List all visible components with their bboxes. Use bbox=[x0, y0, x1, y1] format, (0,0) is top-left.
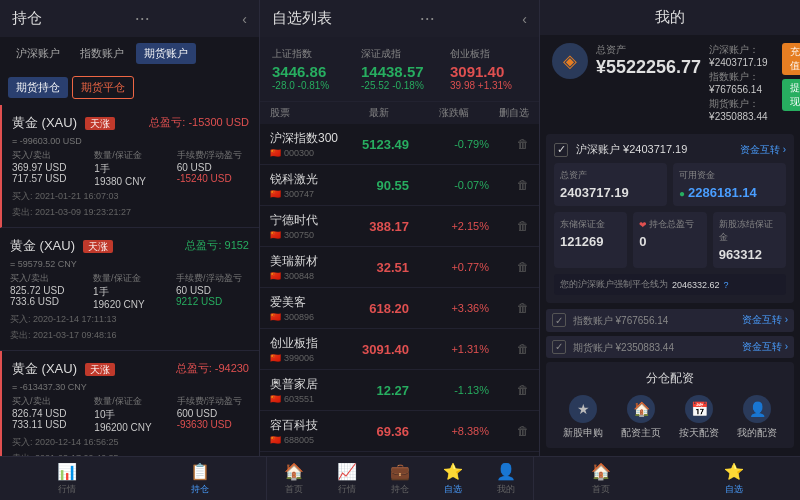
futures-checkbox[interactable]: ✓ bbox=[552, 340, 566, 354]
my-alloc-button[interactable]: 👤 我的配资 bbox=[737, 395, 777, 440]
left-panel-chevron[interactable]: ‹ bbox=[242, 11, 247, 27]
holding-dates: 买入: 2020-12-14 16:56:25 bbox=[12, 436, 249, 449]
nav-item-home[interactable]: 🏠 首页 bbox=[267, 457, 320, 500]
nav-item-rhome[interactable]: 🏠 首页 bbox=[534, 457, 667, 500]
col-label: 买入/卖出 bbox=[10, 272, 83, 285]
nav-label-quote: 行情 bbox=[338, 483, 356, 496]
assets-icon: ◈ bbox=[552, 43, 588, 79]
idx-name: 深证成指 bbox=[361, 47, 438, 61]
hushen-checkbox[interactable]: ✓ bbox=[554, 143, 568, 157]
stock-price: 5123.49 bbox=[339, 137, 409, 152]
watchlist-dots[interactable]: ··· bbox=[420, 8, 435, 29]
tab-hushen[interactable]: 沪深账户 bbox=[8, 43, 68, 64]
left-panel-header: 持仓 ··· ‹ bbox=[0, 0, 259, 37]
ipo-button[interactable]: ★ 新股申购 bbox=[563, 395, 603, 440]
left-panel-dots[interactable]: ··· bbox=[135, 8, 150, 29]
hushen-title: ✓ 沪深账户 ¥2403717.19 bbox=[554, 142, 687, 157]
delete-icon[interactable]: 🗑 bbox=[517, 137, 529, 151]
stock-code: 300747 bbox=[284, 189, 314, 199]
col-stock: 股票 bbox=[270, 106, 319, 120]
pnl-cell: ❤持仓总盈亏 0 bbox=[633, 212, 706, 268]
subtab-holding[interactable]: 期货持仓 bbox=[8, 77, 68, 98]
nav-item-watchlist[interactable]: ⭐ 自选 bbox=[427, 457, 480, 500]
nav-item-market[interactable]: 📊 行情 bbox=[0, 457, 133, 500]
holding-badge: 天涨 bbox=[85, 363, 115, 376]
index-account-row: ✓ 指数账户 ¥767656.14 资金互转 › bbox=[546, 309, 794, 332]
futures-transfer-link[interactable]: 资金互转 › bbox=[742, 340, 788, 354]
mid-panel: 自选列表 ··· ‹ 上证指数 3446.86 -28.0 -0.81% 深证成… bbox=[260, 0, 540, 456]
delete-icon[interactable]: 🗑 bbox=[517, 342, 529, 356]
stock-change: -1.13% bbox=[409, 384, 489, 396]
watchlist-title: 自选列表 bbox=[272, 9, 332, 28]
rwatchlist-icon: ⭐ bbox=[724, 462, 744, 481]
stock-name: 奥普家居 bbox=[270, 376, 339, 393]
holding-dates: 买入: 2020-12-14 17:11:13 bbox=[10, 313, 249, 326]
subtab-flat[interactable]: 期货平仓 bbox=[72, 76, 134, 99]
nav-item-mine[interactable]: 👤 我的 bbox=[480, 457, 533, 500]
col-label2: 数量/保证金 bbox=[93, 272, 166, 285]
left-panel-title: 持仓 bbox=[12, 9, 42, 28]
nav-label-position: 持仓 bbox=[391, 483, 409, 496]
holding-badge: 天涨 bbox=[83, 240, 113, 253]
main-button[interactable]: 🏠 配资主页 bbox=[621, 395, 661, 440]
col-label3: 手续费/浮动盈亏 bbox=[177, 149, 249, 162]
col-val4: 19620 CNY bbox=[93, 299, 166, 310]
platform-balance-label: 您的沪深账户强制平仓线为 bbox=[560, 278, 668, 291]
stock-code: 300750 bbox=[284, 230, 314, 240]
tab-futures[interactable]: 期货账户 bbox=[136, 43, 196, 64]
watchlist-chevron[interactable]: ‹ bbox=[522, 11, 527, 27]
total-assets-cell: 总资产 2403717.19 bbox=[554, 163, 667, 206]
holding-dates2: 卖出: 2021-03-09 19:23:21:27 bbox=[12, 206, 249, 219]
nav-item-position[interactable]: 💼 持仓 bbox=[373, 457, 426, 500]
holding-pnl: 总盈亏: -94230 bbox=[176, 361, 249, 376]
col-label2: 数量/保证金 bbox=[94, 149, 166, 162]
nav-item-quote[interactable]: 📈 行情 bbox=[320, 457, 373, 500]
idx-change: -25.52 -0.18% bbox=[361, 80, 438, 91]
col-label2: 数量/保证金 bbox=[94, 395, 166, 408]
daily-button[interactable]: 📅 按天配资 bbox=[679, 395, 719, 440]
stock-name: 美瑞新材 bbox=[270, 253, 339, 270]
holding-badge: 天涨 bbox=[85, 117, 115, 130]
cell-value: ●2286181.14 bbox=[679, 185, 780, 200]
stock-name: 容百科技 bbox=[270, 417, 339, 434]
watchlist-cols: 股票 最新 涨跌幅 删自选 bbox=[260, 102, 539, 124]
account-lines: 沪深账户：¥2403717.19 指数账户：¥767656.14 期货账户：¥2… bbox=[709, 43, 767, 124]
delete-icon[interactable]: 🗑 bbox=[517, 178, 529, 192]
nav-item-holding[interactable]: 📋 持仓 bbox=[133, 457, 266, 500]
home-icon: 🏠 bbox=[284, 462, 304, 481]
tab-index[interactable]: 指数账户 bbox=[72, 43, 132, 64]
index-account-label: ✓ 指数账户 ¥767656.14 bbox=[552, 313, 668, 328]
right-panel-title: 我的 bbox=[655, 8, 685, 27]
delete-icon[interactable]: 🗑 bbox=[517, 383, 529, 397]
index-row: 上证指数 3446.86 -28.0 -0.81% 深证成指 14438.57 … bbox=[260, 37, 539, 102]
watchlist-item: 美瑞新材 🇨🇳300848 32.51 +0.77% 🗑 bbox=[260, 247, 539, 288]
index-transfer-link[interactable]: 资金互转 › bbox=[742, 313, 788, 327]
delete-icon[interactable]: 🗑 bbox=[517, 260, 529, 274]
stock-name: 锐科激光 bbox=[270, 171, 339, 188]
delete-icon[interactable]: 🗑 bbox=[517, 219, 529, 233]
watchlist-item: 沪深指数300 🇨🇳000300 5123.49 -0.79% 🗑 bbox=[260, 124, 539, 165]
stock-change: +1.31% bbox=[409, 343, 489, 355]
right-panel: 我的 ◈ 总资产 ¥5522256.77 沪深账户：¥2403717.19 指数… bbox=[540, 0, 800, 456]
watchlist-icon: ⭐ bbox=[443, 462, 463, 481]
recharge-button[interactable]: 充值 bbox=[782, 43, 800, 75]
total-assets-label: 总资产 bbox=[596, 43, 701, 57]
withdraw-button[interactable]: 提现 bbox=[782, 79, 800, 111]
left-tabs-row: 沪深账户 指数账户 期货账户 bbox=[0, 37, 259, 70]
platform-info-icon[interactable]: ? bbox=[724, 280, 729, 290]
index-checkbox[interactable]: ✓ bbox=[552, 313, 566, 327]
holding-dates2: 卖出: 2021-03-17 09:48:16 bbox=[10, 329, 249, 342]
stock-change: +0.77% bbox=[409, 261, 489, 273]
bottom-nav: 📊 行情 📋 持仓 🏠 首页 📈 行情 💼 持仓 ⭐ 自选 👤 我的 bbox=[0, 456, 800, 500]
watchlist-header: 自选列表 ··· ‹ bbox=[260, 0, 539, 37]
delete-icon[interactable]: 🗑 bbox=[517, 424, 529, 438]
col-val3: 1手 bbox=[94, 162, 166, 176]
delete-icon[interactable]: 🗑 bbox=[517, 301, 529, 315]
col-float: -15240 USD bbox=[177, 173, 249, 184]
stock-price: 3091.40 bbox=[339, 342, 409, 357]
quote-icon: 📈 bbox=[337, 462, 357, 481]
stock-name: 创业板指 bbox=[270, 335, 339, 352]
nav-item-rwatchlist[interactable]: ⭐ 自选 bbox=[667, 457, 800, 500]
hushen-transfer-link[interactable]: 资金互转 › bbox=[740, 143, 786, 157]
holding-dates: 买入: 2021-01-21 16:07:03 bbox=[12, 190, 249, 203]
